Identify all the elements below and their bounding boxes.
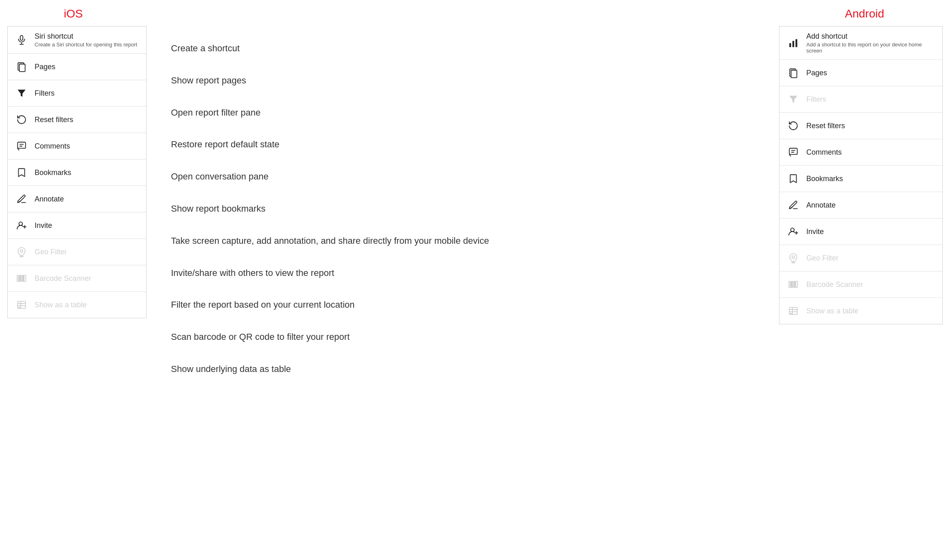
svg-rect-40 <box>795 281 795 287</box>
annotate-icon <box>786 198 801 212</box>
svg-point-8 <box>19 222 23 225</box>
ios-item-label-reset-filters: Reset filters <box>35 116 73 124</box>
description-item-6: Take screen capture, add annotation, and… <box>171 225 755 257</box>
android-item-label-add-shortcut: Add shortcut <box>806 32 936 41</box>
svg-point-31 <box>791 228 795 232</box>
android-item-comments[interactable]: Comments <box>779 139 942 166</box>
description-item-4: Open conversation pane <box>171 161 755 193</box>
description-item-9: Scan barcode or QR code to filter your r… <box>171 321 755 353</box>
svg-rect-18 <box>24 275 26 281</box>
ios-header: iOS <box>0 0 147 26</box>
android-item-label-barcode-scanner: Barcode Scanner <box>806 280 863 289</box>
description-items: Create a shortcutShow report pagesOpen r… <box>171 33 755 385</box>
ios-item-pages[interactable]: Pages <box>8 54 146 80</box>
ios-item-comments[interactable]: Comments <box>8 133 146 160</box>
page-container: iOS Siri shortcutCreate a Siri shortcut … <box>0 0 950 560</box>
android-item-reset-filters[interactable]: Reset filters <box>779 113 942 139</box>
filter-icon <box>14 86 29 101</box>
barcode-icon <box>14 271 29 286</box>
ios-item-siri-shortcut[interactable]: Siri shortcutCreate a Siri shortcut for … <box>8 26 146 54</box>
android-item-pages[interactable]: Pages <box>779 60 942 86</box>
android-item-label-comments: Comments <box>806 148 842 157</box>
ios-item-filters[interactable]: Filters <box>8 80 146 107</box>
android-item-label-filters: Filters <box>806 95 826 104</box>
svg-rect-37 <box>789 281 790 287</box>
android-item-barcode-scanner: Barcode Scanner <box>779 271 942 298</box>
android-item-label-invite: Invite <box>806 228 824 236</box>
svg-rect-38 <box>791 281 792 287</box>
description-item-7: Invite/share with others to view the rep… <box>171 257 755 289</box>
invite-icon <box>786 224 801 239</box>
svg-rect-28 <box>789 148 797 154</box>
svg-point-34 <box>792 256 795 259</box>
description-item-3: Restore report default state <box>171 129 755 161</box>
pages-icon <box>786 66 801 80</box>
table-icon <box>14 298 29 312</box>
ios-item-label-annotate: Annotate <box>35 195 64 203</box>
ios-item-reset-filters[interactable]: Reset filters <box>8 107 146 133</box>
reset-icon <box>786 118 801 133</box>
comments-icon <box>786 145 801 160</box>
svg-rect-24 <box>792 41 794 47</box>
ios-item-label-comments: Comments <box>35 142 70 151</box>
table-icon <box>786 304 801 318</box>
svg-rect-4 <box>20 64 25 72</box>
android-item-invite[interactable]: Invite <box>779 219 942 245</box>
android-item-label-show-as-table: Show as a table <box>806 307 858 315</box>
ios-item-label-pages: Pages <box>35 63 55 71</box>
svg-rect-14 <box>17 275 18 281</box>
filter-icon <box>786 92 801 107</box>
svg-rect-39 <box>792 281 794 287</box>
android-item-filters: Filters <box>779 86 942 113</box>
description-item-1: Show report pages <box>171 65 755 97</box>
ios-item-bookmarks[interactable]: Bookmarks <box>8 160 146 186</box>
ios-item-label-invite: Invite <box>35 221 52 230</box>
ios-column: iOS Siri shortcutCreate a Siri shortcut … <box>0 0 147 560</box>
android-item-label-bookmarks: Bookmarks <box>806 175 843 183</box>
ios-item-label-geo-filter: Geo Filter <box>35 248 67 256</box>
ios-item-label-bookmarks: Bookmarks <box>35 168 71 177</box>
ios-items-list: Siri shortcutCreate a Siri shortcut for … <box>7 26 147 318</box>
svg-rect-25 <box>795 39 797 47</box>
android-item-add-shortcut[interactable]: Add shortcutAdd a shortcut to this repor… <box>779 26 942 60</box>
description-item-10: Show underlying data as table <box>171 353 755 385</box>
columns-wrapper: iOS Siri shortcutCreate a Siri shortcut … <box>0 0 950 560</box>
ios-item-show-as-table: Show as a table <box>8 292 146 318</box>
android-item-label-annotate: Annotate <box>806 201 836 210</box>
ios-item-label-filters: Filters <box>35 89 55 98</box>
android-item-label-geo-filter: Geo Filter <box>806 254 838 262</box>
svg-rect-23 <box>789 43 791 47</box>
android-item-label-pages: Pages <box>806 69 827 77</box>
bookmarks-icon <box>786 171 801 186</box>
android-item-bookmarks[interactable]: Bookmarks <box>779 166 942 192</box>
description-item-5: Show report bookmarks <box>171 193 755 225</box>
description-item-0: Create a shortcut <box>171 33 755 65</box>
geo-icon <box>786 251 801 265</box>
svg-rect-0 <box>20 35 23 40</box>
barcode-icon <box>786 277 801 292</box>
mic-icon <box>14 33 29 47</box>
ios-item-invite[interactable]: Invite <box>8 212 146 239</box>
ios-item-label-barcode-scanner: Barcode Scanner <box>35 274 91 283</box>
android-header: Android <box>779 0 950 26</box>
invite-icon <box>14 218 29 233</box>
android-item-label-reset-filters: Reset filters <box>806 122 845 130</box>
description-item-8: Filter the report based on your current … <box>171 289 755 321</box>
comments-icon <box>14 139 29 153</box>
android-item-annotate[interactable]: Annotate <box>779 192 942 219</box>
android-column: Android Add shortcutAdd a shortcut to th… <box>779 0 950 560</box>
android-item-sub-add-shortcut: Add a shortcut to this report on your de… <box>806 42 936 54</box>
android-item-geo-filter: Geo Filter <box>779 245 942 271</box>
android-item-show-as-table: Show as a table <box>779 298 942 324</box>
svg-rect-16 <box>21 275 22 281</box>
svg-rect-41 <box>796 281 797 287</box>
ios-item-annotate[interactable]: Annotate <box>8 186 146 212</box>
geo-icon <box>14 245 29 259</box>
ios-item-geo-filter: Geo Filter <box>8 239 146 265</box>
ios-item-label-show-as-table: Show as a table <box>35 301 87 309</box>
svg-point-11 <box>20 250 23 253</box>
reset-icon <box>14 112 29 127</box>
bookmarks-icon <box>14 165 29 180</box>
pages-icon <box>14 59 29 74</box>
ios-item-barcode-scanner: Barcode Scanner <box>8 265 146 292</box>
